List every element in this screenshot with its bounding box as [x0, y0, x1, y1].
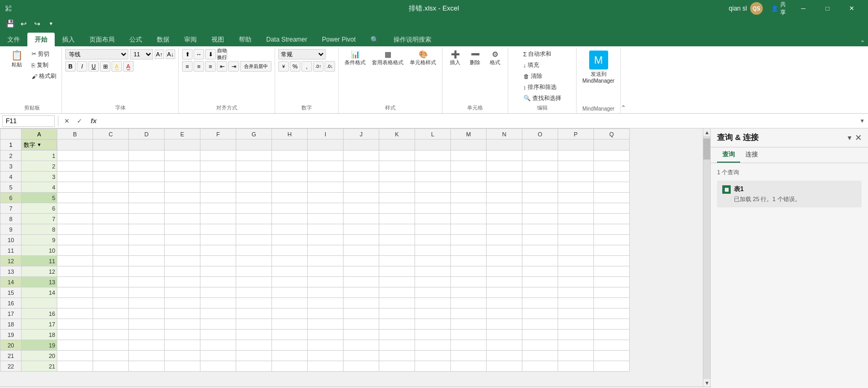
- cell-O5[interactable]: [522, 182, 558, 193]
- cell-C6[interactable]: [93, 193, 129, 203]
- cell-E15[interactable]: [165, 287, 200, 298]
- cell-P18[interactable]: [558, 319, 594, 330]
- cell-G9[interactable]: [236, 224, 272, 235]
- cell-L9[interactable]: [415, 224, 451, 235]
- cell-E17[interactable]: [165, 309, 200, 319]
- cell-A5[interactable]: 4: [22, 182, 57, 193]
- cell-H18[interactable]: [272, 319, 308, 330]
- cell-L21[interactable]: [415, 351, 451, 361]
- cell-K6[interactable]: [379, 193, 415, 203]
- panel-tab-query[interactable]: 查询: [717, 147, 740, 163]
- paste-button[interactable]: 📋 粘贴: [5, 49, 28, 70]
- col-header-H[interactable]: H: [272, 129, 308, 140]
- cell-E19[interactable]: [165, 330, 200, 340]
- cell-I18[interactable]: [308, 319, 344, 330]
- cell-N13[interactable]: [487, 266, 522, 277]
- cell-K7[interactable]: [379, 203, 415, 214]
- cell-B8[interactable]: [57, 214, 93, 224]
- cell-M10[interactable]: [451, 235, 487, 245]
- cell-H16[interactable]: [272, 298, 308, 309]
- cell-E21[interactable]: [165, 351, 200, 361]
- col-header-G[interactable]: G: [236, 129, 272, 140]
- cell-F7[interactable]: [200, 203, 236, 214]
- cell-H9[interactable]: [272, 224, 308, 235]
- cell-I22[interactable]: [308, 361, 344, 372]
- cell-L16[interactable]: [415, 298, 451, 309]
- cell-F9[interactable]: [200, 224, 236, 235]
- cell-H1[interactable]: [272, 140, 308, 151]
- cell-Q8[interactable]: [594, 214, 630, 224]
- cell-B22[interactable]: [57, 361, 93, 372]
- cell-I10[interactable]: [308, 235, 344, 245]
- cell-K19[interactable]: [379, 330, 415, 340]
- cell-K20[interactable]: [379, 340, 415, 351]
- sort-filter-button[interactable]: ↕ 排序和筛选: [521, 82, 559, 92]
- cell-B4[interactable]: [57, 172, 93, 182]
- cell-J13[interactable]: [344, 266, 379, 277]
- cell-E22[interactable]: [165, 361, 200, 372]
- cell-M2[interactable]: [451, 151, 487, 161]
- cell-K9[interactable]: [379, 224, 415, 235]
- cell-J22[interactable]: [344, 361, 379, 372]
- cell-P22[interactable]: [558, 361, 594, 372]
- cell-H13[interactable]: [272, 266, 308, 277]
- cell-L13[interactable]: [415, 266, 451, 277]
- cell-P12[interactable]: [558, 256, 594, 266]
- cell-O10[interactable]: [522, 235, 558, 245]
- cell-A14[interactable]: 13: [22, 277, 57, 287]
- cell-J17[interactable]: [344, 309, 379, 319]
- cell-L10[interactable]: [415, 235, 451, 245]
- cell-E14[interactable]: [165, 277, 200, 287]
- cell-G14[interactable]: [236, 277, 272, 287]
- cell-Q9[interactable]: [594, 224, 630, 235]
- cell-K22[interactable]: [379, 361, 415, 372]
- cell-K11[interactable]: [379, 245, 415, 256]
- cell-I11[interactable]: [308, 245, 344, 256]
- cell-F11[interactable]: [200, 245, 236, 256]
- cell-B9[interactable]: [57, 224, 93, 235]
- cell-B16[interactable]: [57, 298, 93, 309]
- cell-H20[interactable]: [272, 340, 308, 351]
- cell-F10[interactable]: [200, 235, 236, 245]
- cell-D16[interactable]: [129, 298, 165, 309]
- cell-F19[interactable]: [200, 330, 236, 340]
- cell-I8[interactable]: [308, 214, 344, 224]
- cell-D2[interactable]: [129, 151, 165, 161]
- cell-Q21[interactable]: [594, 351, 630, 361]
- cell-D9[interactable]: [129, 224, 165, 235]
- cell-G4[interactable]: [236, 172, 272, 182]
- cell-G12[interactable]: [236, 256, 272, 266]
- cell-O21[interactable]: [522, 351, 558, 361]
- cell-N4[interactable]: [487, 172, 522, 182]
- cell-K12[interactable]: [379, 256, 415, 266]
- font-size-select[interactable]: 11: [130, 49, 153, 59]
- cell-H8[interactable]: [272, 214, 308, 224]
- cell-N22[interactable]: [487, 361, 522, 372]
- cell-O13[interactable]: [522, 266, 558, 277]
- cell-Q11[interactable]: [594, 245, 630, 256]
- cell-P21[interactable]: [558, 351, 594, 361]
- cell-O19[interactable]: [522, 330, 558, 340]
- wrap-text-button[interactable]: 自动换行: [217, 49, 227, 59]
- cell-L8[interactable]: [415, 214, 451, 224]
- cell-J5[interactable]: [344, 182, 379, 193]
- header-cell-A1[interactable]: 数字▼: [22, 140, 57, 150]
- cell-P9[interactable]: [558, 224, 594, 235]
- cell-J21[interactable]: [344, 351, 379, 361]
- cell-L11[interactable]: [415, 245, 451, 256]
- autosum-button[interactable]: Σ 自动求和: [521, 49, 554, 59]
- cell-A21[interactable]: 20: [22, 351, 57, 361]
- cell-I13[interactable]: [308, 266, 344, 277]
- cell-D15[interactable]: [129, 287, 165, 298]
- panel-dropdown-button[interactable]: ▼: [846, 134, 853, 142]
- cell-A8[interactable]: 7: [22, 214, 57, 224]
- merge-center-button[interactable]: 合并后居中: [240, 61, 271, 72]
- tab-datastreamer[interactable]: Data Streamer: [259, 33, 315, 46]
- cell-B7[interactable]: [57, 203, 93, 214]
- number-format-select[interactable]: 常规: [278, 49, 326, 59]
- cell-P4[interactable]: [558, 172, 594, 182]
- format-cells-button[interactable]: ⚙ 格式: [486, 49, 504, 68]
- cell-J6[interactable]: [344, 193, 379, 203]
- cell-L6[interactable]: [415, 193, 451, 203]
- cell-I4[interactable]: [308, 172, 344, 182]
